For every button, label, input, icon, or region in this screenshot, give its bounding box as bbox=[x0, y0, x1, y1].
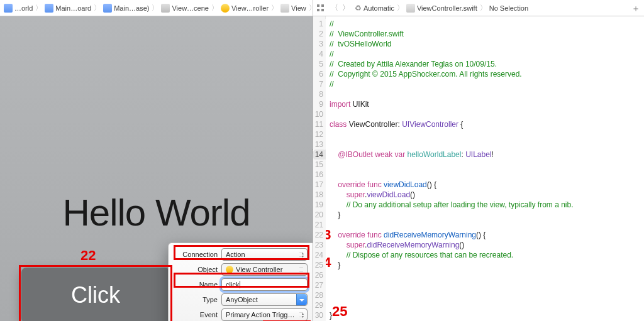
svg-rect-3 bbox=[321, 9, 324, 11]
annotation-box bbox=[19, 265, 172, 321]
nav-back-icon[interactable]: 〈 bbox=[331, 3, 338, 13]
chevron-right-icon: 〉 bbox=[92, 3, 102, 13]
hello-world-label: Hello World bbox=[0, 191, 313, 234]
event-select[interactable]: Primary Action Trigg…▲▼ bbox=[221, 308, 308, 321]
jump-bar-right[interactable]: 〈 〉 ♻︎ Automatic 〉 ViewController.swift〉… bbox=[313, 0, 644, 16]
code-lines[interactable]: 1// 2// ViewController.swift 3// tvOSHel… bbox=[313, 16, 644, 321]
view-controller-icon bbox=[221, 4, 230, 13]
chevron-right-icon: 〉 bbox=[210, 3, 219, 13]
jump-bar: …orld〉 Main…oard〉 Main…ase)〉 View…cene〉 … bbox=[0, 0, 644, 16]
type-select[interactable]: AnyObject bbox=[221, 293, 308, 306]
chevron-right-icon: 〉 bbox=[270, 3, 279, 13]
crumb-project[interactable]: …orld bbox=[3, 4, 34, 13]
add-assistant-icon[interactable]: ＋ bbox=[631, 3, 640, 14]
annotation-number: 22 bbox=[80, 248, 96, 264]
crumb-no-selection[interactable]: No Selection bbox=[488, 4, 530, 12]
svg-rect-1 bbox=[321, 4, 324, 7]
chevron-right-icon: 〉 bbox=[479, 3, 488, 13]
svg-rect-2 bbox=[317, 9, 319, 11]
crumb-scene[interactable]: View…cene bbox=[160, 4, 210, 13]
crumb-file[interactable]: ViewController.swift bbox=[405, 4, 479, 13]
chevron-right-icon: 〉 bbox=[396, 3, 405, 13]
crumb-scheme[interactable]: ♻︎ Automatic bbox=[353, 4, 396, 13]
chevron-right-icon: 〉 bbox=[34, 3, 43, 13]
chevron-right-icon: 〉 bbox=[308, 3, 313, 13]
crumb-view[interactable]: View bbox=[279, 4, 308, 13]
chevron-right-icon: 〉 bbox=[150, 3, 160, 13]
jump-bar-left[interactable]: …orld〉 Main…oard〉 Main…ase)〉 View…cene〉 … bbox=[0, 0, 313, 16]
code-editor[interactable]: 23 24 25 1// 2// ViewController.swift 3/… bbox=[313, 16, 644, 321]
storyboard-canvas[interactable]: Hello World Click Connection Action▲▼ Ob… bbox=[0, 16, 313, 321]
nav-forward-icon[interactable]: 〉 bbox=[342, 3, 350, 13]
field-label: Type bbox=[174, 296, 218, 303]
view-icon bbox=[280, 4, 289, 13]
crumb-storyboard[interactable]: Main…oard bbox=[43, 4, 92, 13]
folder-icon bbox=[4, 4, 13, 13]
file-icon bbox=[45, 4, 53, 13]
recycle-icon: ♻︎ bbox=[355, 4, 362, 13]
swift-file-icon bbox=[406, 4, 415, 13]
svg-rect-0 bbox=[317, 4, 319, 7]
annotation-box bbox=[174, 273, 309, 288]
annotation-box bbox=[174, 245, 309, 260]
file-icon bbox=[103, 4, 112, 13]
related-items-icon[interactable] bbox=[316, 3, 326, 13]
crumb-base[interactable]: Main…ase) bbox=[102, 4, 150, 13]
field-label: Event bbox=[174, 311, 218, 318]
crumb-view-controller[interactable]: View…roller bbox=[219, 4, 270, 13]
scene-icon bbox=[161, 4, 170, 13]
